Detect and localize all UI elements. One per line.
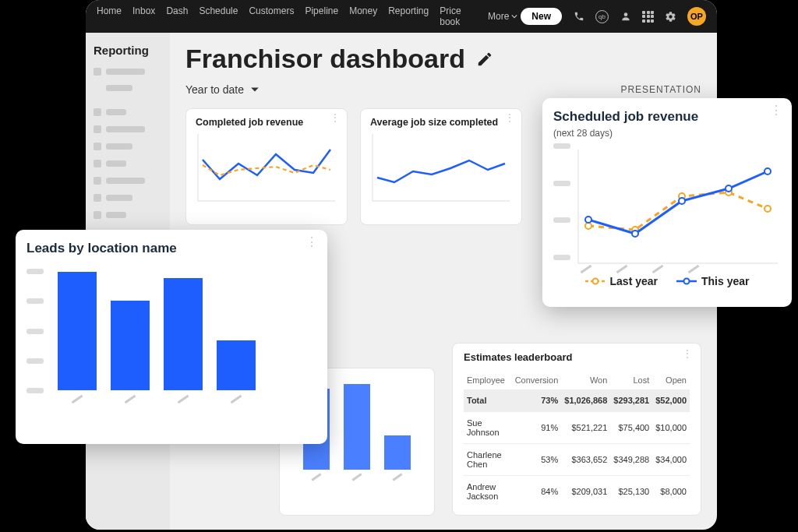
card-completed-revenue: ⋮ Completed job revenue [185, 108, 348, 225]
page-title: Franchisor dashboard [185, 44, 465, 74]
svg-point-10 [764, 168, 771, 174]
svg-point-12 [592, 279, 598, 284]
legend-this-year: This year [676, 275, 749, 287]
card-menu-icon[interactable]: ⋮ [504, 115, 515, 121]
leaderboard-table: Employee Conversion Won Lost Open Total … [464, 371, 690, 507]
sidebar-item[interactable] [94, 108, 162, 116]
nav-schedule[interactable]: Schedule [199, 5, 238, 27]
sidebar-item[interactable] [94, 177, 162, 185]
popout-title: Scheduled job revenue [553, 109, 781, 125]
table-row-total: Total 73% $1,026,868 $293,281 $52,000 [464, 389, 690, 412]
person-icon[interactable] [620, 11, 631, 23]
card-menu-icon[interactable]: ⋮ [682, 351, 693, 357]
table-header-row: Employee Conversion Won Lost Open [464, 371, 690, 389]
apps-grid-icon[interactable] [642, 11, 654, 23]
svg-point-0 [623, 12, 627, 16]
topbar: Home Inbox Dash Schedule Customers Pipel… [86, 0, 717, 33]
presentation-mode-label[interactable]: PRESENTATION [620, 84, 701, 95]
sidebar-title: Reporting [94, 44, 162, 57]
sidebar-item[interactable] [94, 68, 162, 76]
nav-reporting[interactable]: Reporting [388, 5, 429, 27]
gear-icon[interactable] [665, 11, 676, 23]
nav-inbox[interactable]: Inbox [132, 5, 155, 27]
table-row[interactable]: Andrew Jackson 84% $209,031 $25,130 $8,0… [464, 476, 690, 508]
avg-job-size-chart [370, 132, 512, 203]
x-axis-ticks [58, 398, 316, 400]
y-axis-ticks [26, 269, 47, 393]
table-row[interactable]: Charlene Chen 53% $363,652 $349,288 $34,… [464, 444, 690, 476]
card-menu-icon[interactable]: ⋮ [305, 239, 318, 245]
nav-more[interactable]: More [488, 5, 517, 27]
toolbar-right: New qb OP [521, 7, 706, 26]
nav-pipeline[interactable]: Pipeline [305, 5, 338, 27]
sidebar-item[interactable] [94, 125, 162, 133]
card-title: Completed job revenue [196, 117, 337, 128]
svg-point-14 [684, 279, 690, 284]
new-button[interactable]: New [521, 8, 562, 25]
table-row[interactable]: Sue Johnson 91% $521,221 $75,400 $10,000 [464, 412, 690, 444]
sidebar-item[interactable] [94, 194, 162, 202]
card-avg-job-size: ⋮ Average job size completed [360, 108, 522, 225]
popout-leads-by-location: ⋮ Leads by location name [16, 230, 327, 444]
col-won: Won [561, 371, 610, 389]
sidebar-item[interactable] [94, 211, 162, 219]
popout-scheduled-revenue: ⋮ Scheduled job revenue (next 28 days) [542, 98, 792, 307]
svg-point-5 [764, 206, 771, 212]
svg-point-7 [632, 231, 638, 237]
popout-title: Leads by location name [26, 241, 316, 256]
nav-customers[interactable]: Customers [249, 5, 294, 27]
leads-bar-chart [58, 266, 316, 390]
card-title: Average job size completed [370, 117, 512, 128]
main-nav: Home Inbox Dash Schedule Customers Pipel… [97, 5, 517, 27]
card-menu-icon[interactable]: ⋮ [770, 107, 782, 114]
svg-point-6 [585, 217, 591, 223]
legend-last-year: Last year [585, 275, 658, 287]
chart-legend: Last year This year [553, 275, 781, 287]
col-employee: Employee [464, 371, 512, 389]
col-lost: Lost [610, 371, 652, 389]
edit-icon[interactable] [476, 51, 493, 68]
svg-point-8 [679, 198, 685, 204]
sidebar-item[interactable] [94, 85, 162, 91]
col-conversion: Conversion [512, 371, 562, 389]
avatar[interactable]: OP [687, 7, 706, 26]
caret-down-icon [250, 85, 260, 94]
phone-icon[interactable] [573, 11, 584, 23]
scheduled-revenue-chart [575, 148, 781, 265]
subbar: Year to date PRESENTATION [185, 83, 701, 96]
svg-point-9 [726, 185, 732, 192]
nav-money[interactable]: Money [349, 5, 377, 27]
date-range-select[interactable]: Year to date [185, 83, 260, 96]
quickbooks-icon[interactable]: qb [595, 10, 609, 23]
card-menu-icon[interactable]: ⋮ [330, 115, 341, 121]
nav-dash[interactable]: Dash [166, 5, 188, 27]
nav-home[interactable]: Home [97, 5, 122, 27]
sidebar-item[interactable] [94, 143, 162, 150]
svg-point-1 [585, 223, 591, 229]
col-open: Open [652, 371, 690, 389]
card-estimates-leaderboard: ⋮ Estimates leaderboard Employee Convers… [452, 343, 701, 516]
page-title-row: Franchisor dashboard [185, 44, 701, 74]
chevron-down-icon [511, 13, 517, 19]
sidebar-item[interactable] [94, 160, 162, 167]
completed-revenue-chart [196, 132, 337, 203]
nav-pricebook[interactable]: Price book [440, 5, 477, 27]
popout-subtitle: (next 28 days) [553, 128, 781, 139]
leaderboard-title: Estimates leaderboard [464, 351, 690, 363]
